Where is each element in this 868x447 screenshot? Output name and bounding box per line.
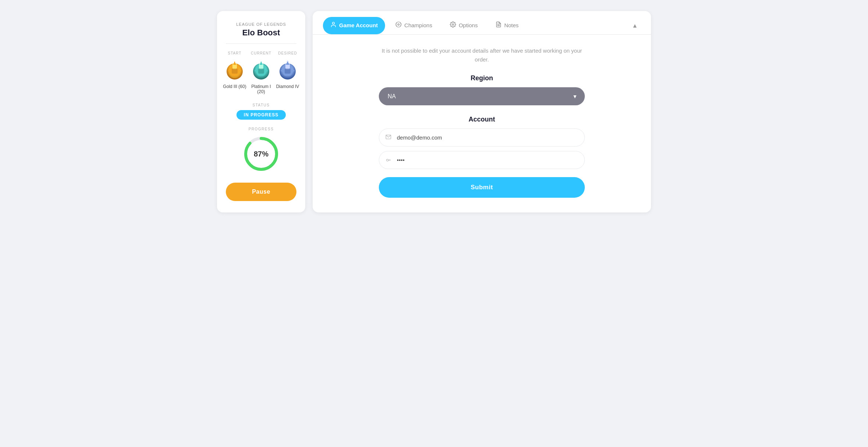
- left-card: LEAGUE OF LEGENDS Elo Boost START: [217, 11, 305, 212]
- region-select-wrap: NA EUW EUNE KR BR LAN LAS OCE RU TR ▼: [379, 87, 585, 105]
- tab-champions[interactable]: Champions: [388, 17, 440, 34]
- current-rank-col: CURRENT: [249, 51, 273, 94]
- svg-rect-18: [285, 68, 291, 74]
- platinum-rank-icon: [249, 58, 273, 82]
- svg-rect-13: [255, 70, 257, 71]
- password-field[interactable]: [379, 151, 585, 169]
- status-section: STATUS IN PROGRESS: [226, 103, 296, 120]
- tab-options[interactable]: Options: [442, 17, 485, 34]
- user-icon: [330, 21, 337, 29]
- tab-notes-label: Notes: [504, 22, 519, 28]
- game-label: LEAGUE OF LEGENDS: [236, 22, 286, 27]
- svg-rect-4: [232, 68, 238, 74]
- tab-champions-label: Champions: [404, 22, 432, 28]
- status-badge: IN PROGRESS: [236, 110, 286, 120]
- svg-marker-12: [260, 61, 263, 65]
- svg-marker-5: [233, 61, 236, 65]
- start-rank-col: START: [223, 51, 246, 89]
- progress-section: PROGRESS 87%: [226, 127, 296, 172]
- svg-point-27: [396, 22, 401, 27]
- desired-rank-name: Diamond IV: [276, 84, 299, 89]
- champions-icon: [395, 21, 402, 29]
- submit-button[interactable]: Submit: [379, 177, 585, 198]
- progress-label: PROGRESS: [226, 127, 296, 131]
- password-input-wrap: [379, 151, 585, 169]
- right-content: It is not possible to edit your account …: [313, 35, 651, 212]
- progress-text: 87%: [254, 150, 268, 158]
- desired-label: DESIRED: [278, 51, 297, 55]
- current-label: CURRENT: [251, 51, 271, 55]
- svg-rect-11: [258, 68, 264, 74]
- tab-notes[interactable]: Notes: [488, 17, 526, 34]
- svg-rect-21: [281, 70, 284, 71]
- divider: [226, 43, 296, 44]
- collapse-button[interactable]: ▲: [629, 20, 641, 32]
- email-icon: [385, 134, 391, 141]
- notes-icon: [495, 21, 502, 29]
- ranks-row: START: [226, 51, 296, 94]
- tabs-bar: Game Account Champions: [313, 11, 651, 35]
- tab-game-account-label: Game Account: [339, 22, 378, 28]
- password-icon: [385, 156, 391, 164]
- email-input-wrap: [379, 129, 585, 147]
- diamond-rank-icon: [276, 58, 299, 82]
- account-heading: Account: [469, 116, 495, 123]
- gold-rank-icon: [223, 58, 246, 82]
- pause-button[interactable]: Pause: [226, 183, 296, 201]
- collapse-icon: ▲: [632, 22, 638, 29]
- boost-title: Elo Boost: [242, 28, 280, 38]
- svg-rect-6: [228, 70, 231, 71]
- tab-options-label: Options: [459, 22, 478, 28]
- svg-point-26: [398, 24, 399, 25]
- svg-point-25: [332, 22, 335, 24]
- desired-rank-col: DESIRED: [276, 51, 299, 89]
- status-label: STATUS: [226, 103, 296, 107]
- email-field[interactable]: [379, 129, 585, 147]
- start-label: START: [228, 51, 242, 55]
- options-icon: [450, 21, 456, 29]
- region-select[interactable]: NA EUW EUNE KR BR LAN LAS OCE RU TR: [379, 87, 585, 105]
- svg-point-28: [452, 24, 454, 25]
- svg-rect-22: [291, 70, 295, 71]
- right-card: Game Account Champions: [313, 11, 651, 212]
- tab-game-account[interactable]: Game Account: [323, 17, 385, 34]
- svg-rect-7: [238, 70, 241, 71]
- svg-point-32: [387, 159, 388, 161]
- current-rank-name: Platinum I (20): [249, 84, 273, 94]
- progress-ring: 87%: [243, 135, 280, 172]
- start-rank-name: Gold III (60): [223, 84, 246, 89]
- svg-marker-20: [287, 60, 289, 62]
- svg-rect-14: [265, 70, 268, 71]
- info-text: It is not possible to edit your account …: [375, 46, 588, 64]
- region-heading: Region: [471, 74, 493, 82]
